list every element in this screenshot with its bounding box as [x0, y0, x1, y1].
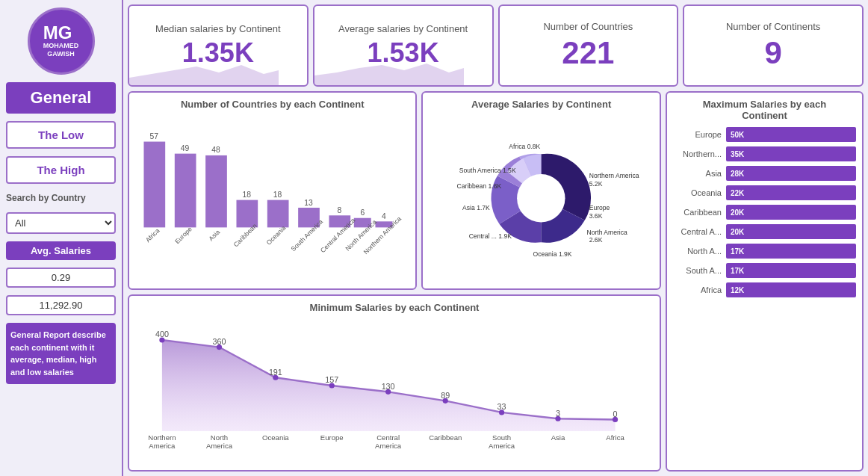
- svg-text:400: 400: [155, 330, 169, 339]
- svg-text:America: America: [375, 441, 402, 449]
- kpi-countries-value: 221: [562, 35, 614, 71]
- svg-text:Asia 1.7K: Asia 1.7K: [462, 204, 490, 211]
- svg-text:3.6K: 3.6K: [589, 212, 603, 220]
- svg-text:360: 360: [213, 337, 226, 346]
- area-chart-title: Minimum Salaries by each Continent: [135, 302, 654, 313]
- hbar-value: 50K: [731, 131, 744, 139]
- svg-text:Asia: Asia: [207, 228, 221, 242]
- max-salaries-title: Maximum Salaries by eachContinent: [673, 99, 856, 121]
- hbar-label: Caribbean: [673, 208, 722, 217]
- kpi-average-label: Average salaries by Continent: [338, 23, 468, 34]
- svg-text:North: North: [211, 433, 228, 442]
- hbar-track: 22K: [726, 185, 856, 200]
- hbar-value: 17K: [731, 247, 744, 256]
- hbar-track: 12K: [726, 282, 856, 297]
- svg-text:33: 33: [497, 402, 506, 411]
- kpi-continents: Number of Continents 9: [683, 4, 864, 87]
- svg-marker-0: [129, 65, 279, 85]
- svg-text:Northern: Northern: [148, 433, 176, 442]
- kpi-countries: Number of Countries 221: [498, 4, 679, 87]
- bar-chart-svg: 57 49 48 18 18 13: [135, 114, 409, 282]
- svg-rect-6: [205, 155, 227, 227]
- svg-text:0: 0: [613, 409, 618, 418]
- svg-text:Asia: Asia: [551, 433, 565, 442]
- kpi-median: Median salaries by Continent 1.35K: [128, 4, 309, 87]
- avg-salaries-label: Avg. Salaries: [6, 241, 116, 260]
- hbar-row: Northern...35K: [673, 146, 856, 161]
- hbar-value: 35K: [731, 150, 744, 158]
- max-salaries-panel: Maximum Salaries by eachContinent Europe…: [666, 91, 864, 472]
- the-high-button[interactable]: The High: [6, 156, 116, 184]
- svg-text:157: 157: [325, 375, 338, 384]
- hbar-row: Europe50K: [673, 127, 856, 142]
- the-low-button[interactable]: The Low: [6, 121, 116, 149]
- hbar-value: 22K: [731, 189, 744, 197]
- bar-chart-card: Number of Countries by each Continent 57…: [128, 91, 417, 290]
- svg-rect-8: [236, 200, 258, 228]
- svg-text:Africa: Africa: [144, 226, 161, 244]
- svg-text:5.2K: 5.2K: [589, 180, 603, 188]
- kpi-continents-value: 9: [764, 35, 781, 71]
- search-by-country-select[interactable]: All: [6, 212, 116, 234]
- bar-chart-title: Number of Countries by each Continent: [135, 99, 409, 110]
- hbar-label: Asia: [673, 169, 722, 178]
- hbar-value: 20K: [731, 208, 744, 217]
- hbar-row: Asia28K: [673, 166, 856, 181]
- sidebar-description: General Report describe each continent w…: [6, 323, 116, 384]
- svg-text:4: 4: [382, 212, 386, 220]
- hbar-row: Caribbean20K: [673, 205, 856, 220]
- svg-text:North America: North America: [587, 229, 628, 236]
- svg-rect-2: [143, 142, 165, 228]
- hbar-track: 17K: [726, 263, 856, 278]
- svg-text:130: 130: [382, 381, 395, 390]
- kpi-row: Median salaries by Continent 1.35K Avera…: [128, 4, 864, 87]
- sidebar: MG MOHAMEDGAWISH General The Low The Hig…: [0, 0, 123, 476]
- hbar-label: Northern...: [673, 149, 722, 158]
- hbar-label: Europe: [673, 130, 722, 139]
- hbar-value: 20K: [731, 228, 744, 236]
- kpi-average: Average salaries by Continent 1.53K: [313, 4, 494, 87]
- svg-text:Caribbean 1.6K: Caribbean 1.6K: [457, 182, 502, 190]
- svg-text:2.6K: 2.6K: [589, 236, 603, 244]
- svg-rect-4: [175, 154, 196, 228]
- hbar-label: Oceania: [673, 188, 722, 197]
- svg-text:Europe: Europe: [320, 433, 344, 442]
- svg-text:Africa: Africa: [606, 433, 624, 442]
- svg-text:South America 1.5K: South America 1.5K: [459, 167, 516, 174]
- kpi-countries-label: Number of Countries: [543, 21, 633, 32]
- svg-text:Europe: Europe: [589, 204, 610, 211]
- donut-chart-svg: Northern America 5.2K Europe 3.6K North …: [429, 114, 654, 282]
- search-label: Search by Country: [6, 191, 116, 205]
- logo-text: MOHAMEDGAWISH: [43, 42, 79, 58]
- hbar-label: South A...: [673, 266, 722, 275]
- left-panel: Number of Countries by each Continent 57…: [128, 91, 661, 472]
- hbar-row: Oceania22K: [673, 185, 856, 200]
- svg-text:3: 3: [556, 408, 560, 417]
- donut-chart-title: Average Salaries by Continent: [429, 99, 654, 110]
- svg-text:6: 6: [360, 208, 365, 217]
- hbar-track: 28K: [726, 166, 856, 181]
- hbar-track: 17K: [726, 244, 856, 259]
- hbar-value: 28K: [731, 170, 744, 178]
- svg-text:13: 13: [304, 199, 313, 207]
- hbar-track: 20K: [726, 205, 856, 220]
- svg-text:Oceania 1.9K: Oceania 1.9K: [533, 250, 572, 258]
- logo-initials: MG: [43, 24, 79, 42]
- svg-text:49: 49: [181, 144, 190, 152]
- svg-text:18: 18: [273, 191, 282, 199]
- hbar-track: 20K: [726, 224, 856, 239]
- svg-text:57: 57: [150, 132, 159, 140]
- hbar-row: South A...17K: [673, 263, 856, 278]
- hbar-value: 12K: [731, 286, 744, 294]
- hbar-track: 50K: [726, 127, 856, 142]
- svg-text:191: 191: [269, 367, 282, 376]
- hbar-row: Central A...20K: [673, 224, 856, 239]
- charts-row: Number of Countries by each Continent 57…: [128, 91, 864, 472]
- svg-text:America: America: [489, 441, 515, 449]
- svg-marker-1: [314, 64, 464, 85]
- svg-rect-10: [267, 200, 289, 228]
- kpi-continents-label: Number of Continents: [726, 21, 820, 32]
- svg-text:Caribbean: Caribbean: [429, 433, 462, 442]
- hbar-track: 35K: [726, 146, 856, 161]
- svg-text:Central: Central: [376, 433, 400, 442]
